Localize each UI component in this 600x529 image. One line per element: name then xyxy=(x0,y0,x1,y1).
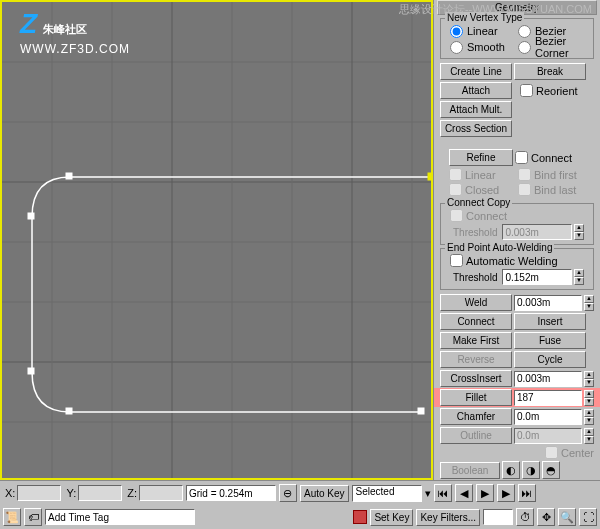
frame-spinner[interactable] xyxy=(483,509,513,525)
fillet-button[interactable]: Fillet xyxy=(440,389,512,406)
cross-section-button[interactable]: Cross Section xyxy=(440,120,512,137)
viewport-nav-icon[interactable]: ✥ xyxy=(537,508,555,526)
status-bar: X: Y: Z: Grid = 0.254m ⊖ Auto Key Select… xyxy=(0,480,600,529)
refine-group: RefineConnect LinearBind first ClosedBin… xyxy=(440,144,594,200)
boolean-subtract-icon: ◑ xyxy=(522,461,540,479)
threshold-label: Threshold xyxy=(450,272,500,283)
grid-readout: Grid = 0.254m xyxy=(186,485,276,501)
vertex-selected[interactable] xyxy=(428,173,431,180)
group-label: End Point Auto-Welding xyxy=(445,242,554,253)
threshold-cc-spinner: 0.003m xyxy=(502,224,572,240)
spinner-arrows: ▲▼ xyxy=(574,224,584,240)
reverse-button: Reverse xyxy=(440,351,512,368)
reorient-checkbox[interactable]: Reorient xyxy=(520,84,578,97)
autoweld-checkbox[interactable]: Automatic Welding xyxy=(450,254,558,267)
spinner-arrows[interactable]: ▲▼ xyxy=(584,295,594,311)
radio-linear[interactable]: Linear xyxy=(450,24,516,38)
goto-end-icon[interactable]: ⏭ xyxy=(518,484,536,502)
viewport[interactable] xyxy=(0,0,433,480)
connect-checkbox[interactable]: Connect xyxy=(515,151,572,164)
bind-first-checkbox: Bind first xyxy=(518,168,585,181)
group-label: Connect Copy xyxy=(445,197,512,208)
weld-button[interactable]: Weld xyxy=(440,294,512,311)
vertex[interactable] xyxy=(28,368,34,374)
crossinsert-spinner[interactable]: 0.003m xyxy=(514,371,582,387)
attach-mult-button[interactable]: Attach Mult. xyxy=(440,101,512,118)
break-button[interactable]: Break xyxy=(514,63,586,80)
autoweld-group: End Point Auto-Welding Automatic Welding… xyxy=(440,248,594,290)
max-viewport-icon[interactable]: ⛶ xyxy=(579,508,597,526)
set-key-button[interactable]: Set Key xyxy=(370,509,413,526)
outline-button: Outline xyxy=(440,427,512,444)
vertex[interactable] xyxy=(66,173,72,179)
spinner-arrows: ▲▼ xyxy=(584,428,594,444)
vertex[interactable] xyxy=(418,408,424,414)
fuse-button[interactable]: Fuse xyxy=(514,332,586,349)
chamfer-button[interactable]: Chamfer xyxy=(440,408,512,425)
coord-x[interactable]: X: xyxy=(3,485,61,501)
tag-icon[interactable]: 🏷 xyxy=(24,508,42,526)
key-filters-button[interactable]: Key Filters... xyxy=(416,509,480,526)
create-line-button[interactable]: Create Line xyxy=(440,63,512,80)
spinner-arrows[interactable]: ▲▼ xyxy=(584,409,594,425)
play-icon[interactable]: ▶ xyxy=(476,484,494,502)
vertex[interactable] xyxy=(66,408,72,414)
fillet-spinner[interactable]: 187 xyxy=(514,390,582,406)
threshold-aw-spinner[interactable]: 0.152m xyxy=(502,269,572,285)
watermark-text: 思缘设计论坛--WWW.MISSYUAN.COM xyxy=(399,2,592,17)
set-key-icon[interactable] xyxy=(353,510,367,524)
radio-smooth[interactable]: Smooth xyxy=(450,40,516,54)
boolean-button: Boolean xyxy=(440,462,500,479)
zoom-icon[interactable]: 🔍 xyxy=(558,508,576,526)
spinner-arrows[interactable]: ▲▼ xyxy=(584,390,594,406)
grid xyxy=(2,2,431,478)
chamfer-spinner[interactable]: 0.0m xyxy=(514,409,582,425)
refine-button[interactable]: Refine xyxy=(449,149,513,166)
add-time-tag[interactable]: Add Time Tag xyxy=(45,509,195,525)
make-first-button[interactable]: Make First xyxy=(440,332,512,349)
outline-spinner: 0.0m xyxy=(514,428,582,444)
logo-watermark: Z 朱峰社区 WWW.ZF3D.COM xyxy=(20,8,130,56)
radio-bezier-corner[interactable]: Bezier Corner xyxy=(518,40,584,54)
boolean-union-icon: ◐ xyxy=(502,461,520,479)
auto-key-button[interactable]: Auto Key xyxy=(300,485,349,502)
closed-checkbox: Closed xyxy=(449,183,516,196)
coord-z[interactable]: Z: xyxy=(125,485,183,501)
linear-checkbox: Linear xyxy=(449,168,516,181)
script-icon[interactable]: 📜 xyxy=(3,508,21,526)
command-panel: Geometry New Vertex Type Linear Bezier S… xyxy=(433,0,600,480)
vertex[interactable] xyxy=(28,213,34,219)
prev-frame-icon[interactable]: ◀ xyxy=(455,484,473,502)
attach-button[interactable]: Attach xyxy=(440,82,512,99)
goto-start-icon[interactable]: ⏮ xyxy=(434,484,452,502)
cycle-button[interactable]: Cycle xyxy=(514,351,586,368)
dropdown-icon[interactable]: ▾ xyxy=(425,487,431,500)
weld-spinner[interactable]: 0.003m xyxy=(514,295,582,311)
boolean-intersect-icon: ◓ xyxy=(542,461,560,479)
new-vertex-type-group: New Vertex Type Linear Bezier Smooth Bez… xyxy=(440,18,594,59)
connect-cc-checkbox: Connect xyxy=(450,209,507,222)
bind-last-checkbox: Bind last xyxy=(518,183,585,196)
viewport-canvas[interactable] xyxy=(2,2,431,478)
connect-button[interactable]: Connect xyxy=(440,313,512,330)
center-checkbox: Center xyxy=(545,446,594,459)
crossinsert-button[interactable]: CrossInsert xyxy=(440,370,512,387)
next-frame-icon[interactable]: ▶ xyxy=(497,484,515,502)
selection-set-input[interactable]: Selected xyxy=(352,485,422,502)
time-config-icon[interactable]: ⏱ xyxy=(516,508,534,526)
logo-z-icon: Z xyxy=(20,8,37,39)
spinner-arrows[interactable]: ▲▼ xyxy=(584,371,594,387)
threshold-label: Threshold xyxy=(450,227,500,238)
connect-copy-group: Connect Copy Connect Threshold0.003m▲▼ xyxy=(440,203,594,245)
coord-y[interactable]: Y: xyxy=(64,485,122,501)
lock-icon[interactable]: ⊖ xyxy=(279,484,297,502)
spinner-arrows[interactable]: ▲▼ xyxy=(574,269,584,285)
insert-button[interactable]: Insert xyxy=(514,313,586,330)
